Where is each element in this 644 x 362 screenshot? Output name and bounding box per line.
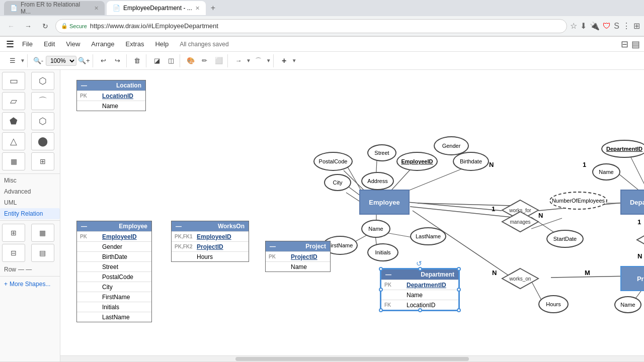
workson-table[interactable]: — WorksOn PK,FK1 EmployeeID PK,FK2 Proje… <box>171 221 249 262</box>
street-ellipse[interactable]: Street <box>367 144 396 161</box>
tab-2[interactable]: 📄 EmployeeDepartment - ... ✕ <box>107 1 206 15</box>
dept-title: Department <box>421 271 454 278</box>
shape-table1[interactable]: ▦ <box>2 152 25 170</box>
screen-icon[interactable]: ⊞ <box>633 21 640 31</box>
employee-entity[interactable]: Employee <box>359 190 410 215</box>
rotate-handle[interactable]: ↺ <box>416 259 424 267</box>
project-table[interactable]: — Project PK ProjectID Name <box>265 241 331 272</box>
shape-rect[interactable]: ▭ <box>2 72 25 90</box>
tab-2-close[interactable]: ✕ <box>195 5 200 12</box>
sidebar-item-misc[interactable]: Misc <box>0 175 60 186</box>
extension-icon-2[interactable]: 🔌 <box>590 21 600 31</box>
settings-icon[interactable]: ⋮ <box>622 21 630 31</box>
undo-button[interactable]: ↩ <box>97 54 110 67</box>
workson-pk-fk1-row: PK,FK1 EmployeeID <box>172 231 249 241</box>
dept-minimize-icon[interactable]: — <box>385 271 391 278</box>
insert-button[interactable]: + <box>278 54 291 67</box>
menu-extras[interactable]: Extras <box>121 38 149 50</box>
minimize-icon[interactable]: — <box>81 82 87 89</box>
employeeid-ellipse[interactable]: EmployeeID <box>396 152 438 171</box>
workson-title: WorksOn <box>218 223 245 230</box>
waypoint-button[interactable]: ⌒ <box>252 54 265 67</box>
shape-arc[interactable]: ⌒ <box>31 92 54 110</box>
star-icon[interactable]: ☆ <box>570 21 577 31</box>
employee-minimize-icon[interactable]: — <box>81 223 87 230</box>
dept-name-field: Name <box>407 292 455 299</box>
er-shape-3[interactable]: ⊟ <box>2 244 25 262</box>
tab-1[interactable]: 📄 From ER to Relational M... ✕ <box>4 1 105 15</box>
location-table[interactable]: — Location PK LocationID Name <box>76 80 146 111</box>
department-table-selected[interactable]: — Department PK DepartmentID Name FK Loc… <box>381 269 459 310</box>
birthdate-ellipse[interactable]: Birthdate <box>453 152 489 171</box>
new-tab-button[interactable]: + <box>208 4 218 13</box>
zoom-select[interactable]: 100% 75% 50% 150% <box>46 56 76 66</box>
extension-icon-4[interactable]: S <box>614 22 619 31</box>
shape-hex[interactable]: ⬡ <box>31 112 54 130</box>
department-entity[interactable]: Department <box>620 190 644 215</box>
redo-button[interactable]: ↪ <box>111 54 124 67</box>
address-bar[interactable]: 🔒 Secure https://www.draw.io/#LEmployeeD… <box>55 19 567 33</box>
menu-help[interactable]: Help <box>150 38 174 50</box>
shape-diamond[interactable]: ⬟ <box>2 112 25 130</box>
project-entity[interactable]: Project <box>620 266 644 291</box>
project-minimize-icon[interactable]: — <box>270 243 276 250</box>
initials-ellipse[interactable]: Initials <box>367 243 398 261</box>
canvas-area[interactable]: — Location PK LocationID Name Employee D… <box>60 70 644 361</box>
postalcode-ellipse[interactable]: PostalCode <box>313 152 353 171</box>
lastname-ellipse[interactable]: LastName <box>410 227 446 245</box>
reload-button[interactable]: ↻ <box>38 19 52 33</box>
menu-view[interactable]: View <box>61 38 85 50</box>
hours-ellipse[interactable]: Hours <box>538 295 569 313</box>
er-shape-4[interactable]: ▤ <box>31 244 54 262</box>
department-entity-label: Department <box>630 199 644 206</box>
sidebar-item-uml[interactable]: UML <box>0 197 60 208</box>
sidebar-toggle-icon[interactable]: ▤ <box>631 39 640 50</box>
numemployees-ellipse[interactable]: NumberOfEmployees <box>549 192 607 210</box>
shape-triangle[interactable]: △ <box>2 132 25 150</box>
zoom-out-button[interactable]: 🔍- <box>32 54 45 67</box>
forward-button[interactable]: → <box>21 19 35 33</box>
dept-name-ellipse[interactable]: Name <box>592 163 620 180</box>
zoom-in-button[interactable]: 🔍+ <box>77 54 91 67</box>
sidebar-item-entity-relation[interactable]: Entity Relation <box>0 208 60 219</box>
project-entity-label: Project <box>637 275 644 283</box>
extension-icon-3[interactable]: 🛡 <box>603 22 611 31</box>
er-shape-2[interactable]: ▦ <box>31 224 54 242</box>
shape-button[interactable]: ⬜ <box>212 54 225 67</box>
line-color-button[interactable]: ✏ <box>198 54 211 67</box>
project-name-ellipse[interactable]: Name <box>614 296 641 313</box>
menu-file[interactable]: File <box>17 38 38 50</box>
delete-button[interactable]: 🗑 <box>131 54 144 67</box>
shape-rounded[interactable]: ⬡ <box>31 72 54 90</box>
city-ellipse[interactable]: City <box>324 174 351 191</box>
connector-button[interactable]: → <box>232 54 245 67</box>
sidebar-item-advanced[interactable]: Advanced <box>0 186 60 197</box>
extension-icon-1[interactable]: ⬇ <box>580 21 587 31</box>
employee-name-ellipse[interactable]: Name <box>361 220 390 238</box>
workson-minimize-icon[interactable]: — <box>176 223 182 230</box>
menu-edit[interactable]: Edit <box>39 38 60 50</box>
paste-style-button[interactable]: ◫ <box>165 54 178 67</box>
er-shape-1[interactable]: ⊞ <box>2 224 25 242</box>
row-handle[interactable]: Row — — <box>0 264 60 275</box>
manages-diamond[interactable]: manages <box>501 211 539 233</box>
fill-color-button[interactable]: 🎨 <box>184 54 197 67</box>
shape-table2[interactable]: ⊞ <box>31 152 54 170</box>
address-ellipse[interactable]: Address <box>361 172 394 190</box>
controls-diamond[interactable]: controls <box>636 229 644 251</box>
shape-parallelogram[interactable]: ▱ <box>2 92 25 110</box>
horizontal-scrollbar[interactable] <box>60 355 644 361</box>
fullscreen-icon[interactable]: ⊟ <box>621 39 628 50</box>
shape-circle[interactable]: ⬤ <box>31 132 54 150</box>
works-on-diamond[interactable]: works_on <box>501 267 539 290</box>
employee-entity-label: Employee <box>369 199 399 206</box>
departmentid-ellipse[interactable]: DepartmentID <box>601 140 644 158</box>
employee-table[interactable]: — Employee PK EmployeeID Gender BirthDat… <box>76 221 152 322</box>
tab-1-close[interactable]: ✕ <box>94 5 99 12</box>
more-shapes-button[interactable]: + More Shapes... <box>0 278 60 291</box>
back-button[interactable]: ← <box>4 19 18 33</box>
menu-toggle-button[interactable]: ☰ <box>6 54 19 67</box>
copy-style-button[interactable]: ◪ <box>150 54 164 67</box>
menu-arrange[interactable]: Arrange <box>86 38 119 50</box>
startdate-ellipse[interactable]: StartDate <box>546 230 584 248</box>
